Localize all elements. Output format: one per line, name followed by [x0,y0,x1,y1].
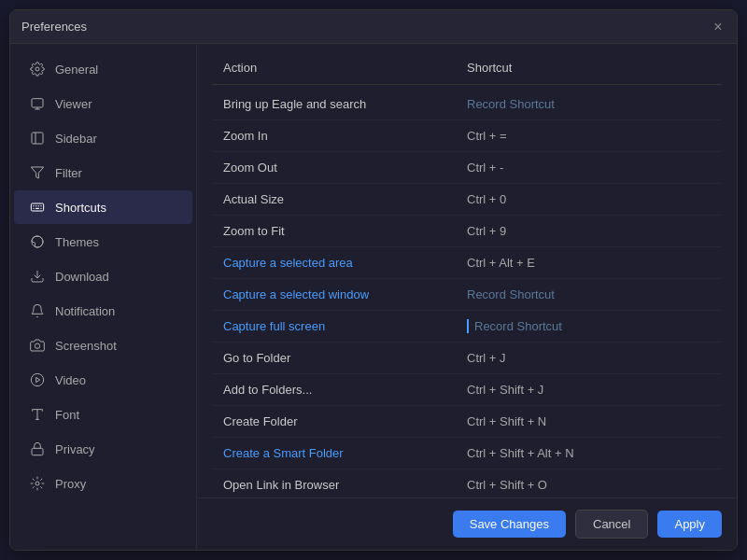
table-rows-container: Bring up Eagle and searchRecord Shortcut… [212,89,722,497]
shortcut-cell[interactable]: Ctrl + = [467,129,711,143]
shortcut-cell[interactable]: Ctrl + Shift + O [467,478,711,492]
shortcut-cell[interactable]: Record Shortcut [467,287,711,301]
sidebar-item-shortcuts[interactable]: Shortcuts [14,190,192,224]
content-area: GeneralViewerSidebarFilterShortcuts Them… [10,44,737,550]
shortcut-cell[interactable]: Record Shortcut [467,97,711,111]
lock-icon [29,441,46,457]
shortcuts-table: Action Shortcut Bring up Eagle and searc… [197,44,737,497]
action-cell: Zoom Out [223,161,467,175]
shortcut-cell[interactable]: Ctrl + 0 [467,192,711,206]
apply-button[interactable]: Apply [657,511,722,538]
svg-point-18 [35,343,39,348]
sidebar-item-video[interactable]: Video [14,363,192,397]
sidebar-label-proxy: Proxy [55,477,86,491]
action-cell: Open Link in Browser [223,478,467,492]
sidebar-label-video: Video [55,373,86,387]
action-cell: Create a Smart Folder [223,446,467,460]
svg-point-19 [31,373,43,385]
svg-point-24 [35,482,39,485]
table-row[interactable]: Capture full screenRecord Shortcut [212,311,722,343]
table-row[interactable]: Zoom InCtrl + = [212,120,722,152]
table-row[interactable]: Zoom to FitCtrl + 9 [212,216,722,247]
table-row[interactable]: Bring up Eagle and searchRecord Shortcut [212,89,722,120]
close-button[interactable]: × [711,20,726,35]
shortcut-cell[interactable]: Record Shortcut [467,319,711,333]
action-cell: Add to Folders... [223,383,467,397]
save-changes-button[interactable]: Save Changes [453,511,566,538]
sidebar-label-themes: Themes [55,235,99,249]
proxy-icon [29,475,46,492]
sidebar-item-sidebar[interactable]: Sidebar [14,121,192,155]
gear-icon [29,61,46,77]
dialog-footer: Save Changes Cancel Apply [197,497,737,550]
sidebar-item-themes[interactable]: Themes [14,225,192,259]
sidebar-label-general: General [55,63,98,77]
sidebar-label-viewer: Viewer [55,97,92,111]
sidebar-label-download: Download [55,270,109,284]
camera-icon [29,337,46,354]
shortcut-cell[interactable]: Ctrl + Alt + E [467,256,711,270]
svg-point-0 [35,67,39,71]
sidebar-item-filter[interactable]: Filter [14,156,192,189]
sidebar-item-general[interactable]: General [14,52,192,86]
table-row[interactable]: Zoom OutCtrl + - [212,152,722,184]
action-cell: Capture a selected area [223,256,467,270]
table-row[interactable]: Actual SizeCtrl + 0 [212,184,722,216]
sidebar-item-download[interactable]: Download [14,259,192,293]
table-row[interactable]: Create a Smart FolderCtrl + Shift + Alt … [212,438,722,469]
action-header: Action [223,61,467,75]
sidebar-item-viewer[interactable]: Viewer [14,87,192,120]
svg-rect-4 [32,133,43,144]
sidebar-label-notification: Notification [55,304,115,318]
table-row[interactable]: Capture a selected windowRecord Shortcut [212,279,722,311]
table-header: Action Shortcut [212,51,722,85]
table-row[interactable]: Capture a selected areaCtrl + Alt + E [212,247,722,279]
sidebar: GeneralViewerSidebarFilterShortcuts Them… [10,44,197,550]
sidebar-item-notification[interactable]: Notification [14,294,192,328]
shortcut-cell[interactable]: Ctrl + J [467,351,711,365]
titlebar: Preferences × [10,10,737,44]
action-cell: Capture full screen [223,319,467,333]
sidebar-item-proxy[interactable]: Proxy [14,467,192,500]
svg-rect-23 [32,448,43,455]
action-cell: Bring up Eagle and search [223,97,467,111]
svg-marker-6 [31,167,43,178]
action-cell: Zoom to Fit [223,224,467,238]
svg-rect-7 [31,203,43,211]
shortcut-cell[interactable]: Ctrl + - [467,161,711,175]
main-content: Action Shortcut Bring up Eagle and searc… [197,44,737,550]
table-row[interactable]: Create FolderCtrl + Shift + N [212,406,722,438]
bell-icon [29,302,46,319]
viewer-icon [29,95,46,112]
action-cell: Capture a selected window [223,287,467,301]
svg-rect-1 [32,99,43,107]
shortcut-cell[interactable]: Ctrl + 9 [467,224,711,238]
sidebar-label-font: Font [55,408,79,422]
action-cell: Zoom In [223,129,467,143]
sidebar-label-shortcuts: Shortcuts [55,201,106,215]
themes-icon [29,233,46,250]
font-icon [29,406,46,423]
dialog-title: Preferences [21,20,87,34]
sidebar-item-font[interactable]: Font [14,398,192,431]
keyboard-icon [29,199,46,216]
shortcut-header: Shortcut [467,61,711,75]
sidebar-label-privacy: Privacy [55,442,95,456]
table-row[interactable]: Add to Folders...Ctrl + Shift + J [212,374,722,406]
action-cell: Go to Folder [223,351,467,365]
sidebar-item-privacy[interactable]: Privacy [14,432,192,466]
sidebar-label-sidebar: Sidebar [55,132,97,146]
sidebar-icon [29,130,46,147]
shortcut-cell[interactable]: Ctrl + Shift + N [467,414,711,428]
action-cell: Create Folder [223,414,467,428]
download-icon [29,268,46,285]
sidebar-item-screenshot[interactable]: Screenshot [14,329,192,362]
sidebar-label-filter: Filter [55,166,82,180]
table-row[interactable]: Go to FolderCtrl + J [212,343,722,374]
shortcut-cell[interactable]: Ctrl + Shift + J [467,383,711,397]
table-row[interactable]: Open Link in BrowserCtrl + Shift + O [212,469,722,497]
shortcut-cell[interactable]: Ctrl + Shift + Alt + N [467,446,711,460]
preferences-dialog: Preferences × GeneralViewerSidebarFilter… [9,9,738,551]
svg-marker-20 [36,377,40,382]
cancel-button[interactable]: Cancel [575,510,648,539]
